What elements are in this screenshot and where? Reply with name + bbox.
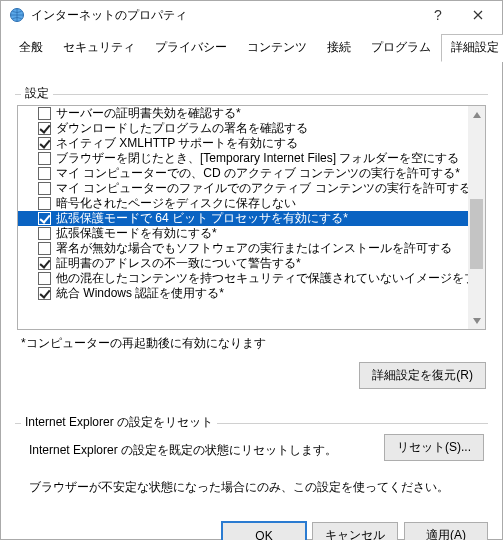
ok-button[interactable]: OK xyxy=(222,522,306,540)
button-label: リセット(S)... xyxy=(397,440,471,454)
settings-item[interactable]: 拡張保護モードを有効にする* xyxy=(18,226,468,241)
settings-item[interactable]: 署名が無効な場合でもソフトウェアの実行またはインストールを許可する xyxy=(18,241,468,256)
tab-label: プライバシー xyxy=(155,40,227,54)
settings-listbox[interactable]: サーバーの証明書失効を確認する*ダウンロードしたプログラムの署名を確認するネイテ… xyxy=(17,105,486,330)
globe-icon xyxy=(9,7,25,23)
checkbox[interactable] xyxy=(38,287,51,300)
scrollbar[interactable] xyxy=(468,106,485,329)
tab-advanced[interactable]: 詳細設定 xyxy=(441,34,503,62)
dialog-footer: OK キャンセル 適用(A) xyxy=(1,512,502,540)
settings-item[interactable]: 証明書のアドレスの不一致について警告する* xyxy=(18,256,468,271)
checkbox[interactable] xyxy=(38,137,51,150)
scroll-down-icon[interactable] xyxy=(468,312,485,329)
restore-defaults-button[interactable]: 詳細設定を復元(R) xyxy=(359,362,486,389)
settings-item[interactable]: 統合 Windows 認証を使用する* xyxy=(18,286,468,301)
settings-item[interactable]: ダウンロードしたプログラムの署名を確認する xyxy=(18,121,468,136)
tab-connections[interactable]: 接続 xyxy=(317,34,361,62)
checkbox[interactable] xyxy=(38,212,51,225)
tab-label: 詳細設定 xyxy=(451,40,499,54)
scroll-thumb[interactable] xyxy=(470,199,483,269)
reset-group-label: Internet Explorer の設定をリセット xyxy=(21,414,217,431)
settings-item[interactable]: マイ コンピューターでの、CD のアクティブ コンテンツの実行を許可する* xyxy=(18,166,468,181)
button-label: 詳細設定を復元(R) xyxy=(372,368,473,382)
settings-group-label: 設定 xyxy=(21,85,53,102)
checkbox[interactable] xyxy=(38,182,51,195)
reset-button[interactable]: リセット(S)... xyxy=(384,434,484,461)
scroll-track[interactable] xyxy=(468,123,485,312)
tab-general[interactable]: 全般 xyxy=(9,34,53,62)
checkbox[interactable] xyxy=(38,122,51,135)
tab-security[interactable]: セキュリティ xyxy=(53,34,145,62)
settings-group: 設定 サーバーの証明書失効を確認する*ダウンロードしたプログラムの署名を確認する… xyxy=(15,78,488,399)
tab-label: 接続 xyxy=(327,40,351,54)
tab-label: 全般 xyxy=(19,40,43,54)
button-label: 適用(A) xyxy=(426,528,466,540)
settings-item[interactable]: サーバーの証明書失効を確認する* xyxy=(18,106,468,121)
tab-programs[interactable]: プログラム xyxy=(361,34,441,62)
close-button[interactable] xyxy=(458,1,498,29)
reset-description: ブラウザーが不安定な状態になった場合にのみ、この設定を使ってください。 xyxy=(29,479,486,496)
tab-label: プログラム xyxy=(371,40,431,54)
checkbox[interactable] xyxy=(38,257,51,270)
checkbox[interactable] xyxy=(38,152,51,165)
tab-content[interactable]: コンテンツ xyxy=(237,34,317,62)
checkbox[interactable] xyxy=(38,227,51,240)
settings-item[interactable]: 拡張保護モードで 64 ビット プロセッサを有効にする* xyxy=(18,211,468,226)
checkbox[interactable] xyxy=(38,197,51,210)
settings-item[interactable]: ネイティブ XMLHTTP サポートを有効にする xyxy=(18,136,468,151)
settings-item-label: 統合 Windows 認証を使用する* xyxy=(56,285,224,302)
settings-item[interactable]: 他の混在したコンテンツを持つセキュリティで保護されていないイメージをブロックする xyxy=(18,271,468,286)
settings-item[interactable]: ブラウザーを閉じたとき、[Temporary Internet Files] フ… xyxy=(18,151,468,166)
checkbox[interactable] xyxy=(38,167,51,180)
titlebar: インターネットのプロパティ ? xyxy=(1,1,502,29)
reset-group: Internet Explorer の設定をリセット Internet Expl… xyxy=(15,407,488,504)
settings-item[interactable]: マイ コンピューターのファイルでのアクティブ コンテンツの実行を許可する* xyxy=(18,181,468,196)
button-label: キャンセル xyxy=(325,528,385,540)
reset-text: Internet Explorer の設定を既定の状態にリセットします。 xyxy=(29,442,384,459)
svg-text:?: ? xyxy=(434,8,442,22)
internet-properties-dialog: インターネットのプロパティ ? 全般 セキュリティ プライバシー コンテンツ 接… xyxy=(0,0,503,540)
tab-label: セキュリティ xyxy=(63,40,135,54)
checkbox[interactable] xyxy=(38,242,51,255)
cancel-button[interactable]: キャンセル xyxy=(312,522,398,540)
settings-item[interactable]: 暗号化されたページをディスクに保存しない xyxy=(18,196,468,211)
tabs: 全般 セキュリティ プライバシー コンテンツ 接続 プログラム 詳細設定 xyxy=(1,29,502,62)
checkbox[interactable] xyxy=(38,107,51,120)
scroll-up-icon[interactable] xyxy=(468,106,485,123)
checkbox[interactable] xyxy=(38,272,51,285)
tab-privacy[interactable]: プライバシー xyxy=(145,34,237,62)
tab-label: コンテンツ xyxy=(247,40,307,54)
window-title: インターネットのプロパティ xyxy=(31,7,418,24)
apply-button[interactable]: 適用(A) xyxy=(404,522,488,540)
button-label: OK xyxy=(255,529,272,541)
restart-note: *コンピューターの再起動後に有効になります xyxy=(21,335,486,352)
help-button[interactable]: ? xyxy=(418,1,458,29)
